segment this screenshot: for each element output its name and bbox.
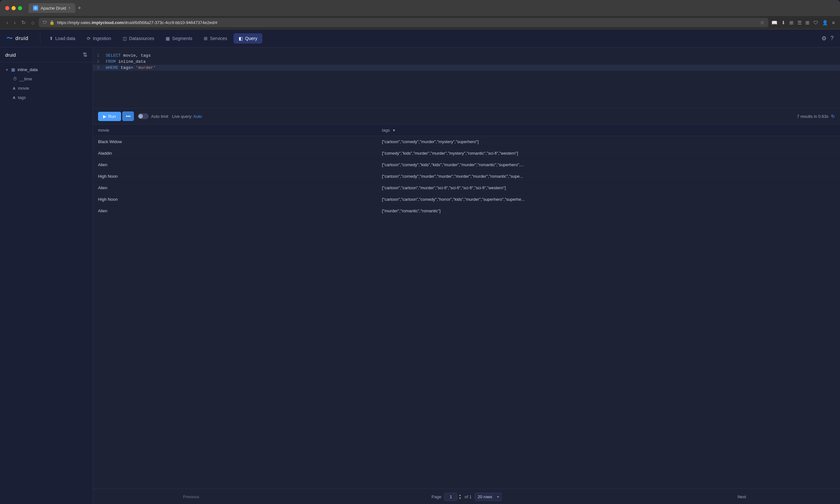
browser-window: D Apache Druid × + ‹ › ↻ ⌂ 🛡 🔒 https://i… (0, 0, 840, 504)
auto-limit-control: Auto limit (138, 113, 168, 119)
cell-movie-2: Alien (93, 159, 377, 171)
results-table-wrap[interactable]: movie tags ▼ Black Widow (93, 125, 840, 489)
column-tags-label: tags (382, 128, 390, 132)
rows-per-page-select[interactable]: 10 rows 20 rows 50 rows 100 rows (475, 493, 501, 501)
next-button[interactable]: Next (650, 494, 834, 499)
druid-logo-text: druid (15, 36, 29, 41)
toggle-knob (138, 114, 143, 119)
shield-icon[interactable]: 🛡 (813, 20, 818, 25)
table-row: High Noon ["cartoon","comedy","murder","… (93, 171, 840, 182)
table-row: Black Widow ["cartoon","comedy","murder"… (93, 136, 840, 148)
page-down-arrow[interactable]: ▼ (458, 497, 461, 500)
sql-operator-equals: = (131, 65, 133, 70)
cell-tags-1: ["comedy","kids","murder","murder","myst… (377, 148, 840, 159)
run-more-button[interactable]: ••• (122, 111, 134, 121)
nav-item-ingestion[interactable]: ⟳ Ingestion (82, 33, 116, 43)
reload-button[interactable]: ↻ (20, 18, 27, 27)
app-nav: 〜 druid ⬆ Load data ⟳ Ingestion ◫ Dataso… (0, 30, 840, 48)
page-of-text: of 1 (465, 494, 472, 499)
table-header-row: movie tags ▼ (93, 125, 840, 136)
refresh-icon[interactable]: ↻ (831, 114, 835, 119)
tree-movie-label: movie (18, 86, 29, 91)
nav-item-datasources-label: Datasources (129, 36, 154, 41)
close-dot[interactable] (5, 6, 9, 10)
text-icon: A (13, 96, 15, 100)
query-area: 1 SELECT movie, tags 2 FROM inline_data … (93, 48, 840, 504)
grid-icon[interactable]: ⊞ (805, 20, 809, 25)
sql-keyword-select: SELECT (106, 53, 121, 58)
back-button[interactable]: ‹ (5, 19, 9, 27)
minimize-dot[interactable] (12, 6, 16, 10)
active-tab[interactable]: D Apache Druid × (29, 3, 75, 13)
cell-tags-3: ["cartoon","comedy","murder","murder","m… (377, 171, 840, 182)
line-number-3: 3 (93, 65, 106, 70)
table-row: Alien ["cartoon","cartoon","murder","sci… (93, 182, 840, 194)
sidebar-header: druid ⇅ (0, 48, 92, 62)
cell-tags-6: ["murder","romantic","romantic"] (377, 205, 840, 217)
tab-close-button[interactable]: × (69, 6, 71, 10)
tree-item-inline-data[interactable]: ▼ ▦ inline_data (0, 65, 92, 74)
previous-button[interactable]: Previous (99, 494, 283, 499)
run-button[interactable]: ▶ Run (98, 112, 121, 121)
auto-limit-label: Auto limit (151, 114, 168, 119)
table-row: Alien ["murder","romantic","romantic"] (93, 205, 840, 217)
bookmark-icon[interactable]: ☆ (760, 20, 765, 25)
nav-divider (40, 34, 40, 43)
sidebar-toggle-button[interactable]: ⇅ (83, 51, 87, 58)
window-controls (5, 6, 22, 10)
help-icon[interactable]: ? (830, 35, 834, 42)
sql-line-2: 2 FROM inline_data (93, 59, 840, 65)
play-icon: ▶ (103, 114, 106, 119)
nav-item-datasources[interactable]: ◫ Datasources (118, 33, 160, 43)
tree-item-time[interactable]: ⏱ __time (0, 74, 92, 84)
settings-icon[interactable]: ⚙ (821, 35, 826, 42)
column-header-movie[interactable]: movie (93, 125, 377, 136)
url-text: https://imply-sales.implycloud.com/druid… (57, 20, 757, 25)
live-query-link[interactable]: Auto (193, 114, 202, 119)
nav-item-load-data-label: Load data (55, 36, 75, 41)
sql-text-1: movie, tags (121, 53, 151, 58)
cell-movie-6: Alien (93, 205, 377, 217)
cell-movie-1: Aladdin (93, 148, 377, 159)
tab-favicon: D (33, 5, 38, 11)
sql-text-2: inline_data (116, 59, 146, 64)
tree-item-tags[interactable]: A tags (0, 93, 92, 102)
forward-button[interactable]: › (13, 19, 17, 27)
query-toolbar: ▶ Run ••• Auto limit Live query: Auto (93, 108, 840, 125)
nav-item-services[interactable]: ⊞ Services (199, 33, 232, 43)
services-icon: ⊞ (204, 36, 208, 41)
page-number-input[interactable] (444, 493, 457, 501)
auto-limit-toggle[interactable] (138, 113, 148, 119)
nav-items: ⬆ Load data ⟳ Ingestion ◫ Datasources ▦ … (44, 33, 821, 43)
column-header-tags[interactable]: tags ▼ (377, 125, 840, 136)
reading-icon[interactable]: 📖 (771, 20, 777, 25)
home-button[interactable]: ⌂ (30, 19, 36, 27)
extensions-icon[interactable]: ⊞ (789, 20, 793, 25)
browser-titlebar: D Apache Druid × + (0, 0, 840, 16)
sql-line-1: 1 SELECT movie, tags (93, 53, 840, 59)
sql-keyword-where: WHERE (106, 65, 118, 70)
profile-icon[interactable]: 👤 (822, 20, 828, 25)
cell-movie-0: Black Widow (93, 136, 377, 148)
load-data-icon: ⬆ (49, 36, 53, 41)
table-row: Aladdin ["comedy","kids","murder","murde… (93, 148, 840, 159)
sql-editor[interactable]: 1 SELECT movie, tags 2 FROM inline_data … (93, 48, 840, 108)
tree-item-movie[interactable]: A movie (0, 84, 92, 93)
menu-icon[interactable]: ≡ (832, 20, 835, 25)
cell-tags-4: ["cartoon","cartoon","murder","sci-fi","… (377, 182, 840, 194)
cell-movie-5: High Noon (93, 194, 377, 205)
url-bar[interactable]: 🛡 🔒 https://imply-sales.implycloud.com/d… (39, 18, 768, 27)
nav-item-load-data[interactable]: ⬆ Load data (44, 33, 81, 43)
new-tab-button[interactable]: + (78, 5, 81, 12)
table-row: High Noon ["cartoon","cartoon","comedy",… (93, 194, 840, 205)
sidebar-icon[interactable]: ☰ (798, 20, 802, 25)
maximize-dot[interactable] (18, 6, 22, 10)
nav-item-query[interactable]: ◧ Query (233, 33, 262, 43)
page-up-arrow[interactable]: ▲ (458, 494, 461, 497)
download-icon[interactable]: ⬇ (781, 20, 786, 25)
sql-string-murder: 'murder' (136, 65, 156, 70)
nav-item-segments[interactable]: ▦ Segments (160, 33, 197, 43)
cell-tags-0: ["cartoon","comedy","murder","mystery","… (377, 136, 840, 148)
chevron-down-icon: ▼ (5, 68, 8, 72)
pagination: Previous Page ▲ ▼ of 1 (93, 489, 840, 504)
